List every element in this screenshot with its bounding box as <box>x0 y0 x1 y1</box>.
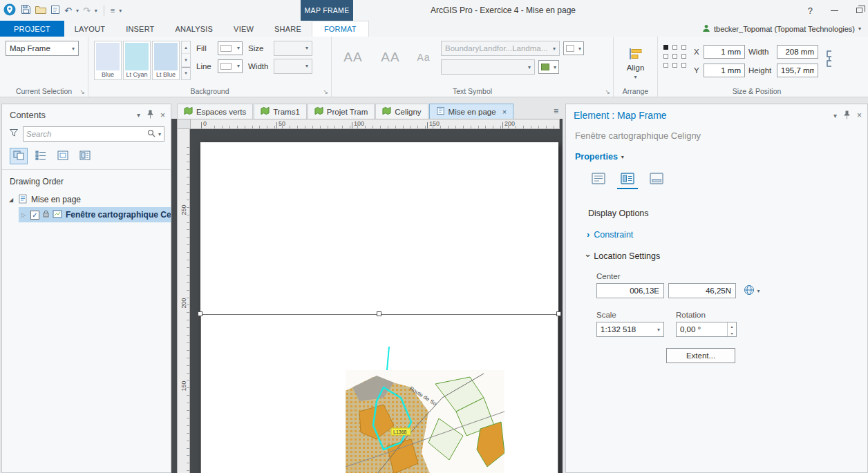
constraint-section-toggle[interactable]: › Constraint <box>587 229 867 240</box>
selection-handle[interactable] <box>198 311 202 316</box>
panel-menu-icon[interactable]: ▾ <box>137 111 140 119</box>
tab-analysis[interactable]: ANALYSIS <box>165 21 224 37</box>
text-fill-color-button[interactable]: ▾ <box>538 60 559 74</box>
align-button[interactable]: Align ▾ <box>619 41 652 86</box>
properties-dropdown[interactable]: Properties ▾ <box>575 152 867 162</box>
tab-menu-icon[interactable]: ≡ <box>549 104 563 119</box>
customize-dropdown-icon[interactable]: ▾ <box>119 8 122 14</box>
gallery-item-blue[interactable]: Blue <box>94 41 122 80</box>
fill-color-button[interactable]: ▾ <box>218 41 243 55</box>
contents-view-toolbar <box>10 148 171 164</box>
dialog-launcher-icon[interactable]: ↘ <box>605 88 610 95</box>
redo-icon[interactable]: ↷ <box>83 6 91 16</box>
location-settings-toggle[interactable]: › Location Settings <box>587 251 867 261</box>
scale-combobox[interactable]: 1:132 518 ▾ <box>596 322 664 337</box>
aspect-ratio-link-icon[interactable] <box>824 48 835 72</box>
visibility-checkbox[interactable]: ✓ <box>30 211 39 220</box>
dialog-launcher-icon[interactable]: ↘ <box>323 88 328 95</box>
gallery-up-icon[interactable]: ▴ <box>182 41 190 54</box>
search-options-icon[interactable]: ▾ <box>158 131 161 137</box>
width-combobox[interactable]: ▾ <box>274 59 312 74</box>
pin-icon[interactable] <box>844 110 850 121</box>
restore-icon[interactable] <box>856 8 862 13</box>
selection-handle[interactable] <box>377 311 381 316</box>
display-tab-icon <box>621 173 634 186</box>
text-symbol-style-1-button[interactable]: AA <box>337 41 369 74</box>
text-style-combobox[interactable]: BoundaryLandfor...Landma... ▾ <box>441 41 560 56</box>
doc-tab-trams1[interactable]: Trams1 <box>254 104 307 119</box>
rotation-spinner: ▴ ▾ <box>676 322 737 337</box>
height-field[interactable] <box>777 64 818 77</box>
dialog-launcher-icon[interactable]: ↘ <box>79 88 85 95</box>
doc-tab-mise-en-page[interactable]: Mise en page × <box>429 104 513 119</box>
tree-item-layout[interactable]: ◢ Mise en page <box>2 192 171 207</box>
current-selection-combobox[interactable]: Map Frame ▾ <box>6 41 79 56</box>
tree-item-map-frame[interactable]: ▷ ✓ Fenêtre cartographique Ce <box>19 207 171 222</box>
text-color-button[interactable]: ▾ <box>563 41 584 55</box>
width-field[interactable] <box>777 45 818 59</box>
center-latitude-field[interactable] <box>668 283 736 298</box>
doc-tab-espaces-verts[interactable]: Espaces verts <box>177 104 253 119</box>
panel-menu-icon[interactable]: ▾ <box>833 112 837 119</box>
center-longitude-field[interactable] <box>596 283 664 298</box>
ruler-label: 0 <box>203 120 207 127</box>
tab-view[interactable]: VIEW <box>223 21 264 37</box>
tab-close-icon[interactable]: × <box>502 108 507 116</box>
minimize-icon[interactable] <box>831 10 838 11</box>
x-field[interactable] <box>704 45 745 59</box>
gallery-more-icon[interactable]: ▾ <box>182 67 190 79</box>
search-input[interactable] <box>26 130 144 138</box>
undo-dropdown-icon[interactable]: ▾ <box>76 8 79 14</box>
text-symbol-style-2-button[interactable]: AA <box>375 41 406 74</box>
redo-dropdown-icon[interactable]: ▾ <box>95 8 97 14</box>
rotation-field[interactable] <box>677 322 727 336</box>
layout-canvas[interactable]: 0 50 100 150 200 250 200 150 <box>171 119 563 473</box>
spinner-up-icon[interactable]: ▴ <box>728 322 736 329</box>
line-color-button[interactable]: ▾ <box>218 59 243 73</box>
open-project-icon[interactable] <box>35 5 46 16</box>
spinner-down-icon[interactable]: ▾ <box>728 329 736 336</box>
gallery-down-icon[interactable]: ▾ <box>182 54 190 66</box>
save-icon[interactable] <box>21 4 31 17</box>
selection-handle[interactable] <box>556 311 561 316</box>
tab-format[interactable]: FORMAT <box>312 21 369 37</box>
options-tab[interactable] <box>588 171 609 189</box>
filter-icon[interactable] <box>10 129 18 139</box>
tab-layout[interactable]: LAYOUT <box>64 21 115 37</box>
list-by-drawing-order-button[interactable] <box>10 148 28 164</box>
layout-page[interactable]: Route de Su L1368 <box>200 142 558 473</box>
close-icon[interactable]: × <box>857 110 862 120</box>
display-tab[interactable] <box>617 171 638 189</box>
doc-tab-celigny[interactable]: Celigny <box>375 104 428 119</box>
expander-closed-icon[interactable]: ▷ <box>20 212 27 218</box>
text-font-combobox[interactable]: ▾ <box>441 59 535 75</box>
y-field[interactable] <box>704 64 745 77</box>
pin-icon[interactable] <box>147 110 153 120</box>
list-by-type-button[interactable] <box>32 148 50 164</box>
anchor-point-selector[interactable] <box>663 45 688 70</box>
tab-share[interactable]: SHARE <box>264 21 312 37</box>
placement-tab[interactable] <box>646 171 667 189</box>
new-project-icon[interactable] <box>50 5 60 17</box>
x-label: X <box>694 48 700 56</box>
doc-tab-projet-tram[interactable]: Projet Tram <box>308 104 375 119</box>
coordinate-format-button[interactable]: ▾ <box>740 283 764 298</box>
size-combobox[interactable]: ▾ <box>274 41 312 56</box>
customize-toolbar-icon[interactable]: ≡ <box>111 6 115 15</box>
close-icon[interactable]: × <box>160 110 165 120</box>
tab-project[interactable]: PROJECT <box>0 21 64 37</box>
show-elements-button[interactable] <box>76 148 94 164</box>
gallery-item-lt-blue[interactable]: Lt Blue <box>152 41 180 80</box>
search-icon[interactable] <box>147 129 155 139</box>
text-symbol-style-3-button[interactable]: Aa <box>412 41 435 74</box>
extent-button[interactable]: Extent... <box>666 348 735 363</box>
contextual-tab-map-frame[interactable]: MAP FRAME <box>301 0 353 21</box>
undo-icon[interactable]: ↶ <box>64 6 72 16</box>
show-map-frames-button[interactable] <box>54 148 72 164</box>
gallery-item-lt-cyan[interactable]: Lt Cyan <box>123 41 151 80</box>
tab-insert[interactable]: INSERT <box>115 21 164 37</box>
help-icon[interactable]: ? <box>808 6 813 16</box>
account-menu[interactable]: tbecker_Topomat (Topomat Technologies) ▾ <box>702 21 868 37</box>
expander-open-icon[interactable]: ◢ <box>8 197 15 203</box>
size-position-fields: X Width Y Height <box>694 45 818 77</box>
